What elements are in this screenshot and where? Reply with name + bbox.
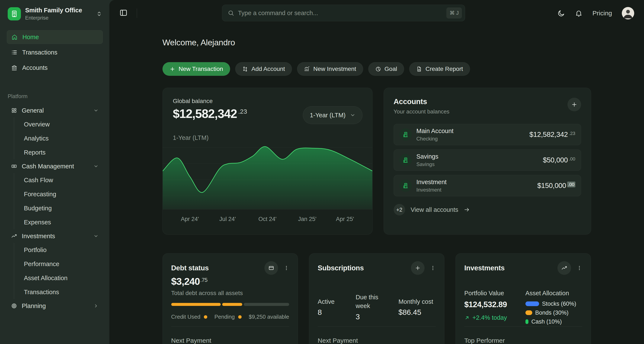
view-all-accounts-link[interactable]: +2 View all accounts [394, 204, 581, 215]
allocation-legend: Stocks (60%) Bonds (30%) Cash (10%) [526, 301, 582, 325]
sidebar-item-transactions[interactable]: Transactions [7, 45, 103, 59]
target-icon [11, 303, 17, 309]
balance-amount-main: $12,582,342 [173, 107, 237, 121]
stat-value: 8 [318, 308, 350, 317]
sidebar-item-expenses[interactable]: Expenses [14, 215, 103, 229]
sidebar-item-accounts[interactable]: Accounts [7, 61, 103, 74]
x-axis-tick: Oct 24' [258, 216, 276, 222]
sidebar-item-label: Home [22, 34, 39, 41]
stat-label: Due this week [356, 293, 393, 310]
kebab-menu-icon[interactable] [430, 265, 436, 271]
sidebar-toggle-button[interactable] [119, 8, 128, 17]
user-avatar[interactable] [622, 7, 634, 19]
kebab-menu-icon[interactable] [284, 265, 289, 271]
balance-amount: $12,582,342.23 [173, 107, 247, 121]
available-amount: $9,250 available [249, 314, 289, 320]
x-axis-tick: Apr 24' [181, 216, 199, 222]
search-input[interactable] [238, 9, 442, 17]
goal-button[interactable]: Goal [368, 62, 404, 76]
stat-due-this-week: Due this week 3 [356, 293, 393, 321]
button-label: Goal [384, 66, 397, 72]
button-label: New Investment [313, 66, 356, 72]
range-selector-dropdown[interactable]: 1-Year (LTM) [303, 106, 362, 124]
pricing-link[interactable]: Pricing [592, 9, 612, 17]
plus-icon [170, 66, 175, 72]
bottom-cards-row: Debt status $3,240.75 [162, 253, 591, 344]
sidebar-item-forecasting[interactable]: Forecasting [14, 187, 103, 201]
plus-icon [571, 101, 578, 108]
command-search[interactable]: ⌘ J [222, 5, 465, 21]
account-row-investment[interactable]: Investment Investment $150,000.00 [394, 175, 581, 196]
trending-up-icon [11, 233, 17, 239]
new-investment-button[interactable]: New Investment [297, 62, 363, 76]
card-divider [318, 327, 436, 327]
sidebar-item-reports[interactable]: Reports [14, 145, 103, 160]
debt-progress-bar [171, 303, 289, 306]
sidebar-group-investments[interactable]: Investments [7, 229, 103, 243]
sidebar-item-label: Accounts [22, 64, 48, 71]
account-row-savings[interactable]: Savings Savings $50,000.00 [394, 150, 581, 171]
sidebar-item-performance[interactable]: Performance [14, 257, 103, 271]
trending-up-icon [561, 265, 567, 271]
orange-dot-icon [238, 315, 242, 319]
orange-dot-icon [204, 315, 207, 319]
workspace-switcher[interactable]: Smith Family Office Enterprise [7, 5, 103, 22]
new-transaction-button[interactable]: New Transaction [162, 62, 230, 76]
sidebar: Smith Family Office Enterprise Home Tran… [0, 0, 109, 344]
sidebar-item-label: Transactions [24, 289, 59, 296]
sidebar-item-budgeting[interactable]: Budgeting [14, 201, 103, 215]
sidebar-group-planning[interactable]: Planning [7, 299, 103, 313]
dark-mode-toggle-button[interactable] [558, 9, 565, 17]
main-panel: ⌘ J Pricing Welcome, Alejandro [109, 0, 644, 344]
allocation-label: Bonds (30%) [535, 310, 568, 316]
add-account-plus-button[interactable] [568, 98, 581, 111]
notifications-button[interactable] [575, 9, 582, 17]
top-cards-row: Global balance $12,582,342.23 1-Year (LT… [162, 88, 591, 235]
create-report-button[interactable]: Create Report [409, 62, 470, 76]
button-label: New Transaction [179, 66, 223, 72]
global-balance-card: Global balance $12,582,342.23 1-Year (LT… [162, 88, 372, 235]
account-balance: $50,000.00 [543, 156, 575, 164]
kebab-menu-icon[interactable] [576, 265, 582, 271]
portfolio-column: Portfolio Value $124,532.89 +2.4% today [464, 290, 521, 325]
sidebar-group-label: Investments [22, 233, 55, 240]
bank-building-icon [400, 154, 412, 166]
sidebar-group-cash-management[interactable]: Cash Management [7, 160, 103, 173]
sidebar-item-asset-allocation[interactable]: Asset Allocation [14, 271, 103, 285]
debt-card-action-button[interactable] [264, 261, 278, 275]
sidebar-item-label: Transactions [22, 49, 57, 56]
next-payment-label: Next Payment [318, 337, 358, 344]
shortcut-badge: ⌘ J [446, 7, 462, 18]
sidebar-item-cash-flow[interactable]: Cash Flow [14, 173, 103, 187]
sidebar-group-general[interactable]: General [7, 104, 103, 117]
add-account-button[interactable]: Add Account [235, 62, 292, 76]
sidebar-group-cash-children: Cash Flow Forecasting Budgeting Expenses [14, 173, 103, 229]
balance-period-label: 1-Year (LTM) [173, 134, 209, 141]
chevron-down-icon [94, 108, 98, 113]
sidebar-item-analytics[interactable]: Analytics [14, 131, 103, 145]
grid-icon [11, 108, 17, 114]
account-balance: $150,000.00 [538, 181, 575, 190]
account-type: Checking [416, 136, 454, 142]
investments-trend-button[interactable] [558, 261, 571, 275]
add-subscription-button[interactable] [411, 261, 424, 275]
chevron-down-icon [350, 112, 356, 118]
account-list: Main Account Checking $12,582,342.23 Sav… [394, 124, 581, 196]
bank-building-icon [400, 128, 412, 141]
sidebar-item-home[interactable]: Home [7, 30, 103, 44]
account-row-main[interactable]: Main Account Checking $12,582,342.23 [394, 124, 581, 145]
sidebar-item-overview[interactable]: Overview [14, 117, 103, 131]
account-balance-decimal: .23 [569, 131, 575, 136]
list-icon [11, 49, 18, 56]
investments-card-title: Investments [464, 264, 504, 272]
sidebar-item-portfolio[interactable]: Portfolio [14, 243, 103, 257]
bank-icon [11, 64, 18, 71]
topbar-right-cluster: Pricing [558, 0, 634, 26]
debt-progress-used [171, 303, 221, 306]
allocation-swatch [526, 301, 539, 306]
sidebar-group-general-children: Overview Analytics Reports [14, 117, 103, 160]
more-accounts-badge: +2 [394, 204, 405, 215]
sidebar-group-label: Planning [22, 303, 46, 310]
chevrons-up-down-icon [96, 11, 102, 17]
sidebar-item-inv-transactions[interactable]: Transactions [14, 285, 103, 299]
